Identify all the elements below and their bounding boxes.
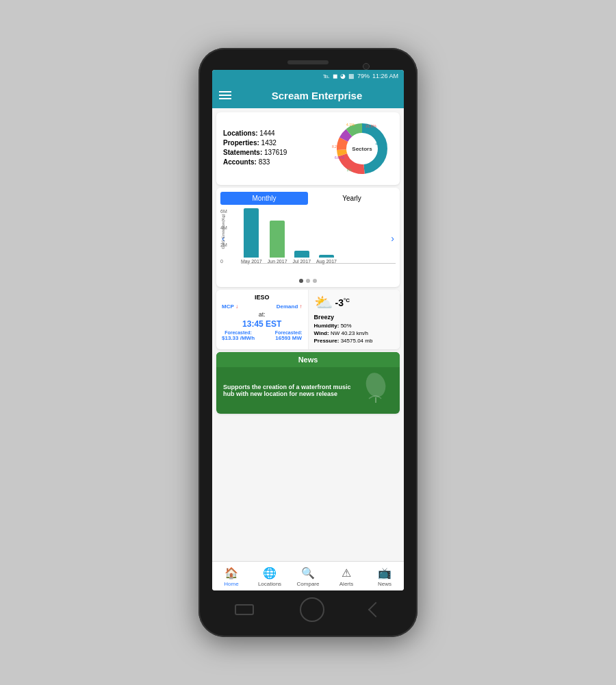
bar-chart-area: GHG Emission(Kg) 6M 4M 2M 0 May 2017	[220, 209, 396, 277]
bluetooth-icon: ℡	[323, 73, 330, 79]
ieso-labels-row: MCP ↓ Demand ↑	[222, 303, 303, 310]
nav-label-home: Home	[224, 581, 238, 587]
signal-icon: ◼	[333, 73, 337, 79]
bar-group-jun: Jun 2017	[268, 221, 287, 264]
nav-item-home[interactable]: 🏠 Home	[212, 564, 251, 589]
ieso-at: at:	[222, 311, 303, 318]
tab-monthly[interactable]: Monthly	[220, 192, 308, 205]
ieso-time: 13:45 EST	[222, 319, 303, 329]
nav-label-alerts: Alerts	[339, 581, 353, 587]
chart-tabs: Monthly Yearly	[220, 192, 396, 205]
ieso-title: IESO	[222, 294, 303, 301]
news-icon: 📺	[378, 566, 392, 580]
phone-bottom-controls	[212, 590, 404, 625]
stats-text-block: Locations: 1444 Properties: 1432 Stateme…	[223, 129, 287, 168]
status-bar: ℡ ◼ ◕ ▩ 79% 11:26 AM	[212, 70, 404, 82]
bottom-nav: 🏠 Home 🌐 Locations 🔍 Compare ⚠ Alerts 📺 …	[212, 561, 404, 590]
phone-home-btn[interactable]	[300, 597, 324, 622]
news-headline: Supports the creation of a waterfront mu…	[223, 384, 355, 397]
chart-card: Monthly Yearly ‹ › GHG Emission(Kg) 6M 4…	[216, 188, 400, 287]
demand-arrow: ↑	[300, 303, 303, 310]
weather-top: ⛅ -3°C	[314, 294, 395, 312]
ieso-weather-card: IESO MCP ↓ Demand ↑ at: 13:45 EST Foreca…	[216, 290, 400, 349]
app-header: Scream Enterprise	[212, 82, 404, 108]
tab-yearly[interactable]: Yearly	[308, 192, 396, 205]
svg-text:4.1%: 4.1%	[346, 123, 355, 127]
dot-3[interactable]	[313, 279, 317, 283]
donut-center-label: Sectors	[352, 146, 372, 152]
chart-dots	[220, 279, 396, 283]
ieso-section: IESO MCP ↓ Demand ↑ at: 13:45 EST Foreca…	[216, 290, 309, 349]
bar-jun	[270, 221, 285, 258]
news-header: News	[216, 352, 400, 367]
hamburger-menu-button[interactable]	[219, 91, 231, 99]
bar-jul	[294, 251, 309, 258]
nav-label-news: News	[378, 581, 392, 587]
svg-point-13	[363, 373, 388, 399]
bars-wrapper: May 2017 Jun 2017 Jul 2017 Aug 2017	[241, 209, 396, 264]
nav-item-news[interactable]: 📺 News	[365, 564, 404, 589]
demand-label: Demand ↑	[277, 303, 303, 310]
bar-group-may: May 2017	[241, 208, 262, 264]
sectors-donut-chart: 48.3% 21.6% 4.1% 8.26% 6.67% 1% Sectors	[331, 118, 393, 179]
x-axis-line	[241, 263, 396, 264]
forecast-mcp: Forecasted: $13.33 /MWh	[222, 330, 255, 341]
nav-label-compare: Compare	[297, 581, 320, 587]
weather-temp: -3°C	[335, 297, 350, 308]
recent-apps-btn[interactable]	[235, 604, 254, 615]
bar-group-jul: Jul 2017	[293, 251, 311, 264]
alerts-icon: ⚠	[342, 566, 351, 580]
bar-may	[244, 208, 259, 258]
news-body: Supports the creation of a waterfront mu…	[216, 367, 400, 414]
forecast-demand: Forecasted: 16593 MW	[275, 330, 303, 341]
nav-item-locations[interactable]: 🌐 Locations	[251, 564, 289, 589]
wifi-icon: ◕	[340, 73, 346, 79]
nav-label-locations: Locations	[258, 581, 281, 587]
weather-desc: Breezy	[314, 314, 395, 321]
phone-device: ℡ ◼ ◕ ▩ 79% 11:26 AM Scream Enterprise L…	[198, 48, 418, 637]
news-card: News Supports the creation of a waterfro…	[216, 352, 400, 414]
weather-section: ⛅ -3°C Breezy Humidity: 50% Wind: NW 40.…	[309, 290, 400, 349]
y-axis-labels: 6M 4M 2M 0	[220, 209, 227, 264]
svg-text:1%: 1%	[346, 168, 352, 172]
status-time: 11:26 AM	[372, 73, 398, 79]
bar-aug	[319, 255, 334, 258]
compare-icon: 🔍	[301, 566, 315, 580]
dot-2[interactable]	[306, 279, 310, 283]
weather-humidity: Humidity: 50%	[314, 323, 395, 329]
app-title: Scream Enterprise	[237, 90, 397, 101]
battery-icon: ▩	[348, 73, 355, 79]
weather-pressure: Pressure: 34575.04 mb	[314, 338, 395, 344]
locations-stat: Locations: 1444	[223, 129, 287, 137]
home-icon: 🏠	[224, 566, 238, 580]
weather-wind: Wind: NW 40.23 km/h	[314, 330, 395, 336]
accounts-stat: Accounts: 833	[223, 158, 287, 166]
svg-text:8.26%: 8.26%	[332, 145, 342, 149]
news-leaf-icon	[359, 373, 393, 408]
svg-text:6.67%: 6.67%	[335, 155, 345, 160]
weather-icon: ⛅	[314, 294, 333, 312]
ieso-forecast-row: Forecasted: $13.33 /MWh Forecasted: 1659…	[222, 330, 303, 341]
phone-camera	[363, 63, 370, 70]
mcp-label: MCP ↓	[222, 303, 238, 310]
mcp-arrow: ↓	[235, 303, 238, 310]
statements-stat: Statements: 137619	[223, 149, 287, 156]
phone-back-btn[interactable]	[368, 602, 383, 618]
phone-speaker	[287, 60, 329, 64]
stats-card: Locations: 1444 Properties: 1432 Stateme…	[216, 112, 400, 185]
svg-text:21.6%: 21.6%	[365, 124, 376, 128]
nav-item-compare[interactable]: 🔍 Compare	[289, 564, 327, 589]
nav-item-alerts[interactable]: ⚠ Alerts	[327, 564, 365, 589]
locations-icon: 🌐	[263, 566, 277, 580]
svg-text:48.3%: 48.3%	[375, 142, 386, 146]
properties-stat: Properties: 1432	[223, 139, 287, 147]
battery-percent: 79%	[357, 73, 370, 79]
phone-screen: ℡ ◼ ◕ ▩ 79% 11:26 AM Scream Enterprise L…	[212, 70, 404, 590]
dot-1[interactable]	[299, 279, 303, 283]
